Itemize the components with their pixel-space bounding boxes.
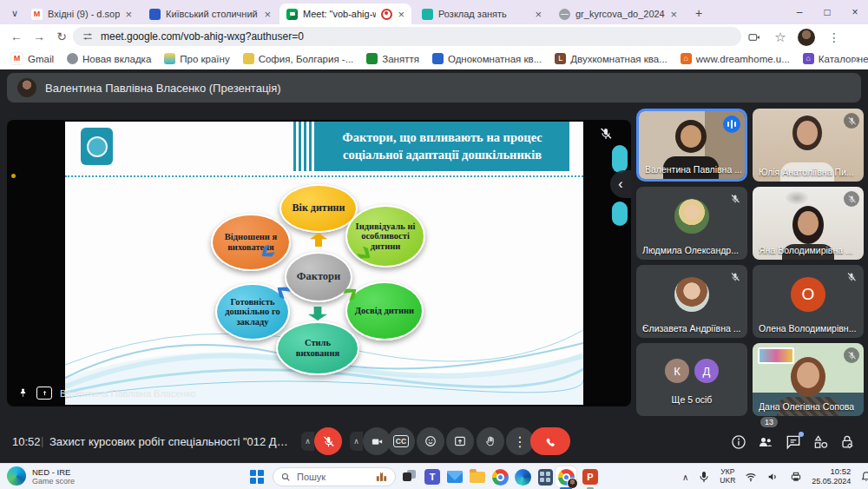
printer-icon[interactable] [789, 470, 803, 484]
chat-notification-dot [799, 432, 804, 437]
browser-menu-icon[interactable]: ⋮ [825, 28, 844, 47]
bookmark-country[interactable]: Про країну [164, 53, 229, 64]
side-control-pill[interactable] [612, 145, 628, 173]
present-button[interactable] [446, 427, 474, 455]
tray-mic-icon[interactable] [697, 470, 711, 484]
presenter-tile-name: Валентина Павлівна Власенко [60, 388, 196, 399]
participant-initial-avatar: К [665, 359, 689, 383]
camera-options-chevron[interactable]: ∧ [350, 432, 363, 451]
back-button[interactable]: ← [7, 27, 26, 46]
bookmark-flat1[interactable]: Однокомнатная кв... [432, 53, 542, 64]
tab-pdf[interactable]: gr_kyrcova_do_2024.pdf × [552, 3, 684, 24]
classroom-icon [366, 53, 378, 64]
taskbar-app-teams[interactable]: T [424, 468, 441, 486]
tab-camera-indicator-icon[interactable] [745, 28, 764, 47]
muted-mic-icon [844, 191, 859, 207]
taskbar-app-chrome[interactable] [491, 468, 509, 486]
presentation-tile[interactable]: Фактори, що впливають на процес соціальн… [7, 120, 631, 406]
taskbar-app-mail[interactable] [446, 468, 464, 486]
participant-tile[interactable]: Юлія Анатоліївна Пи... [753, 109, 864, 182]
tab-strip: ∨ M Вхідні (9) - d.sopova@kubg.ed... × К… [0, 0, 868, 24]
taskbar-app-explorer[interactable] [469, 468, 486, 486]
picture-frame [758, 347, 794, 364]
mic-options-chevron[interactable]: ∧ [301, 432, 314, 451]
taskbar-app-edge[interactable] [514, 468, 531, 486]
tab-university[interactable]: Київський столичний універси... × [142, 3, 278, 24]
participant-tile[interactable]: О Олена Володимирівн... [753, 265, 864, 338]
language-indicator[interactable]: УКР UKR [720, 468, 735, 486]
bookmark-gmail[interactable]: MGmail [10, 52, 54, 65]
participant-name: Олена Володимирівн... [759, 323, 856, 334]
tab-schedule[interactable]: Розклад занять × [415, 3, 549, 24]
tab-title: Розклад занять [438, 9, 529, 19]
minimize-button[interactable]: – [786, 0, 812, 24]
tray-expand-icon[interactable]: ∧ [682, 472, 688, 482]
task-view-button[interactable] [403, 470, 417, 484]
participant-tile[interactable]: Єлизавета Андріївна ... [636, 265, 747, 338]
bookmark-sofia[interactable]: София, Болгария -... [243, 53, 354, 64]
taskbar-app-calculator[interactable] [536, 468, 554, 486]
mic-toggle-button[interactable] [314, 427, 342, 455]
shared-slide: Фактори, що впливають на процес соціальн… [65, 122, 583, 405]
participant-tile[interactable]: Людмила Олександр... [636, 187, 747, 260]
calculator-icon [538, 469, 553, 486]
close-icon[interactable]: × [670, 9, 677, 20]
chat-panel-button[interactable] [785, 433, 802, 451]
reactions-button[interactable] [417, 427, 444, 455]
new-tab-button[interactable]: + [691, 5, 707, 21]
address-bar[interactable]: meet.google.com/vob-ahig-wxg?authuser=0 [73, 27, 741, 46]
search-box[interactable]: Пошук [273, 467, 396, 486]
raise-hand-button[interactable] [477, 427, 504, 455]
tab-gmail[interactable]: M Вхідні (9) - d.sopova@kubg.ed... × [24, 3, 139, 24]
host-controls-button[interactable] [838, 433, 856, 451]
folder-icon [470, 472, 485, 483]
bookmarks-overflow-icon[interactable]: » [853, 52, 859, 65]
profile-avatar[interactable] [797, 28, 816, 47]
bubble-upbringing-style: Стиль виховання [276, 321, 359, 375]
bookmark-lessons[interactable]: Заняття [366, 53, 419, 64]
bookmark-newtab[interactable]: Новая вкладка [67, 53, 151, 64]
participant-tile[interactable]: Дана Олегівна Сопова [753, 343, 864, 416]
volume-icon[interactable] [766, 470, 780, 484]
side-control-pill[interactable] [612, 202, 628, 226]
overflow-participants-tile[interactable]: К Д Ще 5 осіб [636, 343, 747, 416]
taskbar-app-powerpoint[interactable]: P [582, 468, 599, 486]
teams-icon: T [424, 469, 440, 485]
close-icon[interactable]: × [125, 9, 132, 20]
maximize-button[interactable]: □ [814, 0, 840, 24]
status-dot [11, 174, 16, 178]
start-button[interactable] [250, 470, 264, 484]
close-icon[interactable]: × [535, 9, 542, 20]
close-icon[interactable]: × [264, 9, 271, 20]
end-call-button[interactable] [530, 427, 570, 455]
expand-tile-icon[interactable] [36, 387, 52, 400]
url-text: meet.google.com/vob-ahig-wxg?authuser=0 [101, 30, 304, 43]
tab-meet-active[interactable]: Meet: "vob-ahig-wxg" × [279, 3, 411, 24]
bookmark-dreamhome[interactable]: ⌂www.dreamhome.u... [681, 53, 790, 64]
bookmark-flat2[interactable]: LДвухкомнатная ква... [555, 53, 667, 64]
collapse-panel-handle[interactable]: ‹ [610, 170, 631, 198]
close-icon[interactable]: × [398, 9, 404, 20]
widget-icon [7, 466, 26, 486]
cc-icon: CC [393, 435, 409, 447]
tab-search-icon[interactable]: ∨ [7, 5, 23, 21]
bookmark-star-icon[interactable]: ☆ [771, 28, 790, 47]
tray-date: 25.05.2024 [812, 477, 851, 486]
participant-tile[interactable]: Валентина Павлівна ... [636, 109, 747, 182]
captions-button[interactable]: CC [387, 427, 415, 455]
wifi-icon[interactable] [744, 470, 758, 484]
people-panel-button[interactable] [757, 433, 774, 451]
forward-button[interactable]: → [30, 27, 49, 46]
reload-button[interactable]: ↻ [52, 27, 71, 46]
close-window-button[interactable]: × [842, 0, 868, 24]
tray-clock[interactable]: 10:52 25.05.2024 [812, 466, 851, 486]
search-placeholder: Пошук [297, 472, 370, 482]
activities-button[interactable] [812, 433, 830, 451]
pin-icon[interactable] [17, 387, 29, 399]
bubble-age: Вік дитини [279, 184, 358, 233]
taskbar-app-chrome-active[interactable] [556, 466, 576, 487]
notifications-bell-icon[interactable] [859, 470, 868, 484]
weather-widget[interactable]: NED - IRE Game score [7, 466, 75, 486]
meeting-info-button[interactable] [730, 433, 747, 451]
participant-tile[interactable]: Яна Володимирівна ... [753, 187, 864, 260]
